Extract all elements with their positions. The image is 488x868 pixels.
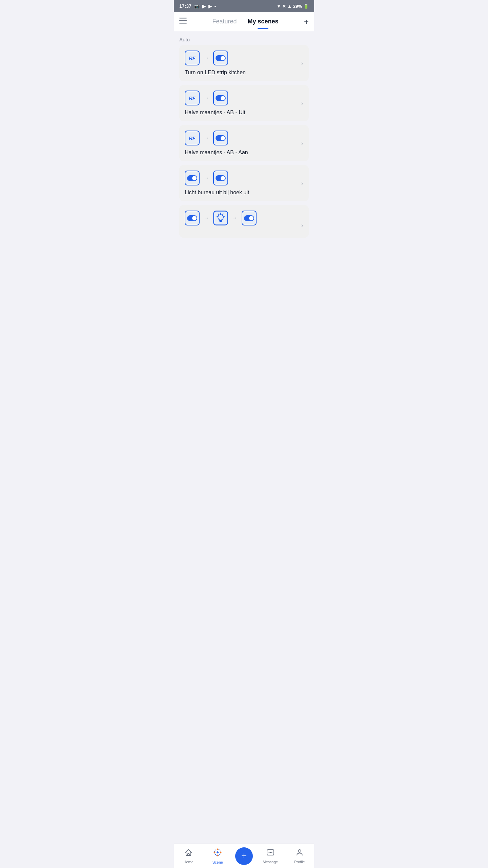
battery-icon: 🔋 — [303, 4, 309, 9]
scene-card-top-2: RF → — [185, 91, 303, 105]
scene-card-3[interactable]: RF → Halve maantjes - AB - Aan › — [179, 125, 309, 161]
scene-card-1[interactable]: RF → Turn on LED strip kitchen › — [179, 45, 309, 81]
scene-card-top-5: → → — [185, 211, 303, 225]
scene-card-top-1: RF → — [185, 51, 303, 65]
arrow-icon-2: → — [204, 95, 209, 101]
scene-card-5[interactable]: → → — [179, 205, 309, 238]
signal-bars-icon: ▲ — [287, 4, 292, 9]
arrow-icon-5b: → — [232, 215, 238, 221]
scene-card-top-3: RF → — [185, 131, 303, 145]
svg-rect-1 — [179, 20, 187, 21]
scene-title-1: Turn on LED strip kitchen — [185, 70, 246, 75]
chevron-right-icon-2: › — [301, 100, 303, 107]
toggle-action-icon-1 — [213, 51, 228, 65]
toggle-action-icon-3 — [213, 131, 228, 145]
dot-icon: • — [215, 4, 216, 9]
rf-trigger-icon-3: RF — [185, 131, 200, 145]
tab-featured[interactable]: Featured — [212, 18, 237, 25]
scene-card-top-4: → — [185, 171, 303, 185]
svg-line-10 — [218, 214, 219, 215]
toggle-action-icon-2 — [213, 91, 228, 105]
youtube2-icon: ▶ — [208, 4, 212, 9]
signal-icon: ✕ — [282, 4, 286, 9]
scene-title-2: Halve maantjes - AB - Uit — [185, 110, 245, 115]
scene-title-4: Licht bureau uit bij hoek uit — [185, 190, 249, 195]
menu-icon[interactable] — [179, 18, 187, 25]
youtube-icon: ▶ — [202, 4, 206, 9]
scene-card-4[interactable]: → Licht bureau uit bij hoek uit › — [179, 165, 309, 201]
chevron-right-icon-3: › — [301, 140, 303, 147]
toggle-action-icon-4 — [213, 171, 228, 185]
scene-card-2[interactable]: RF → Halve maantjes - AB - Uit › — [179, 85, 309, 121]
status-left: 17:37 📷 ▶ ▶ • — [179, 3, 216, 9]
header-tabs: Featured My scenes — [187, 18, 304, 25]
svg-line-8 — [223, 214, 223, 215]
tab-my-scenes[interactable]: My scenes — [247, 18, 278, 25]
chevron-right-icon-5: › — [301, 222, 303, 229]
svg-rect-0 — [179, 18, 187, 19]
rf-trigger-icon-1: RF — [185, 51, 200, 65]
toggle-trigger-icon-4 — [185, 171, 200, 185]
wifi-icon: ▼ — [277, 4, 281, 9]
toggle-action-icon-5 — [242, 211, 257, 225]
status-right: ▼ ✕ ▲ 29% 🔋 — [277, 4, 309, 9]
arrow-icon-5a: → — [204, 215, 209, 221]
add-scene-button[interactable]: + — [304, 17, 309, 26]
scenes-list: RF → Turn on LED strip kitchen › RF → Ha… — [174, 45, 314, 265]
bulb-icon-5 — [213, 211, 228, 225]
battery-percent: 29% — [293, 4, 302, 9]
status-bar: 17:37 📷 ▶ ▶ • ▼ ✕ ▲ 29% 🔋 — [174, 0, 314, 12]
instagram-icon: 📷 — [194, 4, 200, 9]
section-auto-label: Auto — [174, 31, 314, 45]
scene-title-3: Halve maantjes - AB - Aan — [185, 150, 248, 155]
status-time: 17:37 — [179, 3, 191, 9]
chevron-right-icon-4: › — [301, 180, 303, 187]
header: Featured My scenes + — [174, 12, 314, 31]
svg-rect-2 — [179, 23, 187, 24]
arrow-icon-3: → — [204, 135, 209, 141]
rf-trigger-icon-2: RF — [185, 91, 200, 105]
chevron-right-icon-1: › — [301, 60, 303, 67]
arrow-icon-1: → — [204, 55, 209, 61]
toggle-trigger-icon-5 — [185, 211, 200, 225]
arrow-icon-4: → — [204, 175, 209, 181]
